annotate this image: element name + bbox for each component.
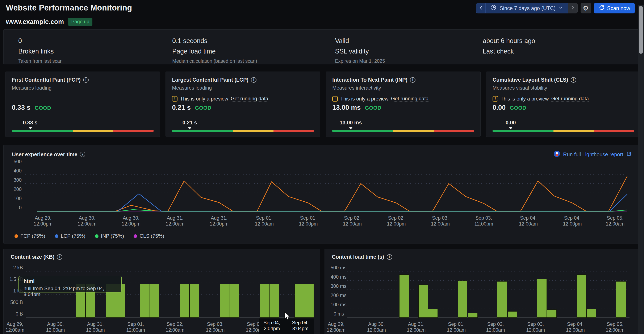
vital-value-row: 0.21 s GOOD bbox=[172, 104, 211, 111]
marker-triangle-icon bbox=[509, 127, 512, 130]
chevron-right-icon bbox=[570, 5, 576, 11]
vital-value: 0.21 s bbox=[172, 104, 191, 111]
gauge-marker: 13.00 ms bbox=[340, 120, 362, 130]
inp-card: Interaction To Next Paint (INP) i Measur… bbox=[326, 72, 480, 137]
stat-label: Last check bbox=[483, 48, 535, 55]
card-subtitle: Measures visual stability bbox=[492, 85, 634, 91]
card-subtitle: Measures loading bbox=[12, 85, 154, 91]
get-running-data-link[interactable]: Get running data bbox=[391, 96, 428, 102]
vital-value: 0.00 bbox=[492, 104, 506, 111]
legend-item-cls[interactable]: CLS (75%) bbox=[134, 233, 164, 239]
x-axis-label: Sep 04,12:00pm bbox=[554, 215, 590, 227]
settings-button[interactable]: ⚙ bbox=[580, 3, 591, 13]
y-axis-label: 100 ms bbox=[330, 302, 344, 308]
gauge-marker-label: 0.21 s bbox=[182, 120, 197, 126]
clock-icon bbox=[490, 4, 496, 12]
x-axis-label: Aug 30,12:00am bbox=[69, 215, 105, 227]
stat-caption: Taken from last scan bbox=[18, 58, 62, 64]
info-icon[interactable]: i bbox=[251, 77, 256, 83]
tooltip-series-name: html bbox=[24, 278, 117, 284]
x-axis-label: Sep 02,12:00am bbox=[157, 321, 193, 333]
legend-item-lcp[interactable]: LCP (75%) bbox=[55, 233, 85, 239]
legend-label: FCP (75%) bbox=[20, 233, 45, 239]
card-title: First Contentful Paint (FCP) bbox=[12, 77, 81, 83]
preview-text: This is only a preview bbox=[340, 96, 388, 102]
legend-item-fcp[interactable]: FCP (75%) bbox=[14, 233, 45, 239]
x-axis-label: Aug 29,12:00pm bbox=[25, 215, 61, 227]
stat-caption: Median calculation (based on last scan) bbox=[172, 58, 257, 64]
vital-value: 0.33 s bbox=[12, 104, 30, 111]
stat-broken-links: 0 Broken links Taken from last scan bbox=[18, 37, 62, 64]
panel-title: User experience over time bbox=[12, 152, 77, 158]
user-experience-chart[interactable]: 0100200300400500Aug 29,12:00pmAug 30,12:… bbox=[10, 160, 634, 229]
stat-value: 0 bbox=[18, 37, 62, 45]
gauge-marker-label: 0.33 s bbox=[23, 120, 38, 126]
warning-icon: ! bbox=[492, 96, 498, 102]
x-axis-label: Aug 30,12:00pm bbox=[113, 215, 149, 227]
marker-triangle-icon bbox=[28, 127, 32, 130]
time-range-picker[interactable]: Since 7 days ago (UTC) bbox=[486, 3, 568, 13]
y-axis-label: 300 ms bbox=[330, 283, 344, 289]
info-icon[interactable]: i bbox=[80, 152, 85, 157]
info-icon[interactable]: i bbox=[83, 77, 89, 83]
chevron-left-icon bbox=[478, 5, 484, 11]
content-load-title-row: Content load time (s) i bbox=[332, 254, 392, 260]
info-icon[interactable]: i bbox=[571, 77, 576, 83]
mouse-cursor-icon bbox=[284, 311, 292, 322]
card-title-row: Interaction To Next Paint (INP) i bbox=[332, 77, 474, 83]
info-icon[interactable]: i bbox=[57, 254, 62, 260]
page-scrollbar-thumb[interactable] bbox=[639, 6, 643, 54]
threshold-gauge bbox=[332, 130, 474, 132]
y-axis-label: 200 ms bbox=[330, 293, 344, 298]
get-running-data-link[interactable]: Get running data bbox=[231, 96, 268, 102]
stat-value: about 6 hours ago bbox=[483, 37, 535, 45]
cls-card: Cumulative Layout Shift (CLS) i Measures… bbox=[486, 72, 641, 137]
preview-warning: ! This is only a preview Get running dat… bbox=[332, 95, 474, 102]
site-row: www.example.com Page up bbox=[6, 18, 92, 26]
info-icon[interactable]: i bbox=[410, 77, 416, 83]
get-running-data-link[interactable]: Get running data bbox=[551, 96, 589, 102]
x-axis-label: Sep 04,12:00am bbox=[510, 215, 546, 227]
vital-value-row: 0.33 s GOOD bbox=[12, 104, 51, 111]
x-axis-label: Aug 29,12:00am bbox=[3, 321, 33, 333]
tooltip-value-text: null from Sep 04, 2:04pm to Sep 04, 8:04… bbox=[24, 286, 117, 297]
top-toolbar: Since 7 days ago (UTC) ⚙ Scan now bbox=[476, 3, 635, 13]
card-title-row: Cumulative Layout Shift (CLS) i bbox=[492, 77, 634, 83]
y-axis-label: 500 bbox=[10, 159, 22, 165]
x-axis-label: Sep 01,12:00am bbox=[118, 321, 154, 333]
content-load-time-chart[interactable]: 0 ms100 ms200 ms300 ms400 ms500 msAug 29… bbox=[330, 263, 634, 334]
legend-item-inp[interactable]: INP (75%) bbox=[95, 233, 124, 239]
time-range-forward-button[interactable] bbox=[568, 3, 578, 13]
vital-value-row: 13.00 ms GOOD bbox=[332, 104, 382, 111]
x-axis-label: Sep 05,12:00am bbox=[597, 321, 633, 333]
gauge-marker: 0.33 s bbox=[23, 120, 38, 130]
x-axis-label: Aug 31,12:00am bbox=[157, 215, 193, 227]
warning-icon: ! bbox=[172, 96, 178, 102]
fcp-card: First Contentful Paint (FCP) i Measures … bbox=[5, 72, 160, 137]
card-subtitle: Measures interactivity bbox=[332, 85, 474, 91]
x-axis-label: Sep 02,12:00am bbox=[334, 215, 370, 227]
vital-rating: GOOD bbox=[510, 105, 526, 111]
threshold-gauge bbox=[492, 130, 634, 132]
card-title: Interaction To Next Paint (INP) bbox=[332, 77, 408, 83]
status-badge: Page up bbox=[68, 18, 92, 26]
gear-icon: ⚙ bbox=[583, 4, 589, 12]
page-scrollbar-track[interactable] bbox=[638, 4, 644, 334]
card-title: Largest Contentful Paint (LCP) bbox=[172, 77, 248, 83]
time-range-label: Since 7 days ago (UTC) bbox=[500, 5, 556, 11]
lighthouse-report-link[interactable]: Run full Lighthouse report bbox=[554, 151, 632, 159]
panel-title: Content size (KB) bbox=[11, 254, 54, 260]
lcp-card: Largest Contentful Paint (LCP) i Measure… bbox=[166, 72, 320, 137]
y-axis-label: 2 kB bbox=[10, 265, 23, 271]
scan-now-button[interactable]: Scan now bbox=[594, 3, 635, 13]
x-axis-label: Aug 31,12:00pm bbox=[201, 215, 237, 227]
lighthouse-icon bbox=[554, 151, 560, 159]
x-axis-label: Sep 01,12:00am bbox=[246, 215, 282, 227]
panel-title: Content load time (s) bbox=[332, 254, 384, 260]
y-axis-label: 500 B bbox=[10, 300, 23, 305]
x-axis-label: Aug 30,12:00am bbox=[38, 321, 73, 333]
info-icon[interactable]: i bbox=[387, 254, 392, 260]
legend-dot bbox=[95, 234, 98, 238]
vital-rating: GOOD bbox=[195, 105, 211, 111]
time-range-back-button[interactable] bbox=[476, 3, 486, 13]
